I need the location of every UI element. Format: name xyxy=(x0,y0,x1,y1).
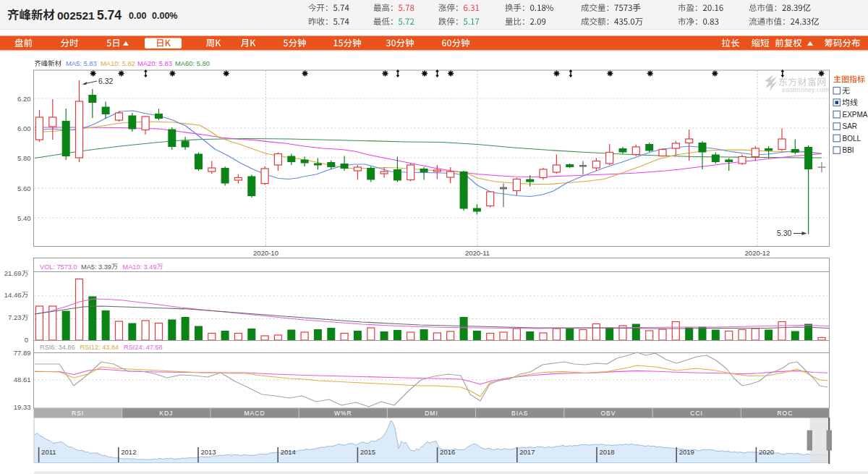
svg-text:7.23: 7.23 xyxy=(8,313,22,321)
svg-text:BBI: BBI xyxy=(843,146,854,154)
svg-text:2020: 2020 xyxy=(759,448,774,456)
svg-text:2015: 2015 xyxy=(360,448,375,456)
svg-text:EXPMA: EXPMA xyxy=(843,111,868,119)
svg-text:RSI24: 47.58: RSI24: 47.58 xyxy=(124,344,163,351)
svg-text:5.60: 5.60 xyxy=(17,185,31,192)
svg-text:77.89: 77.89 xyxy=(14,349,31,357)
svg-text:2016: 2016 xyxy=(440,448,455,456)
svg-text:002521: 002521 xyxy=(57,9,95,22)
svg-text:MA10: 3.49: MA10: 3.49 xyxy=(123,263,157,271)
svg-text:2014: 2014 xyxy=(281,448,296,456)
svg-text:2017: 2017 xyxy=(519,448,535,456)
svg-text:W%R: W%R xyxy=(334,410,352,417)
svg-text:2020-10: 2020-10 xyxy=(253,249,278,257)
svg-text:eastmoney.com: eastmoney.com xyxy=(782,86,829,93)
svg-text:19.33: 19.33 xyxy=(14,403,31,411)
svg-text:2011: 2011 xyxy=(41,448,56,456)
svg-text:5.30: 5.30 xyxy=(777,229,792,237)
svg-text:0.00%: 0.00% xyxy=(152,11,177,21)
svg-text:2020-12: 2020-12 xyxy=(745,249,770,257)
svg-text:2020-11: 2020-11 xyxy=(465,249,490,257)
svg-text:ROC: ROC xyxy=(777,410,793,417)
svg-text:2012: 2012 xyxy=(121,448,136,456)
svg-text:DMI: DMI xyxy=(425,410,438,417)
svg-text:MA5: 3.39: MA5: 3.39 xyxy=(81,263,111,271)
svg-text:RSI12: 43.84: RSI12: 43.84 xyxy=(80,344,119,351)
svg-text:MA10: 5.82: MA10: 5.82 xyxy=(101,59,135,67)
svg-text:MA20: 5.83: MA20: 5.83 xyxy=(137,59,172,67)
svg-text:6.20: 6.20 xyxy=(17,95,31,103)
svg-text:KDJ: KDJ xyxy=(159,410,173,417)
svg-text:5.80: 5.80 xyxy=(17,154,31,162)
svg-text:6.00: 6.00 xyxy=(17,124,31,132)
svg-text:6.32: 6.32 xyxy=(98,77,114,85)
svg-text:14.46: 14.46 xyxy=(4,291,22,299)
svg-text:2013: 2013 xyxy=(201,448,216,456)
svg-text:MA60: 5.80: MA60: 5.80 xyxy=(175,59,210,67)
svg-text:OBV: OBV xyxy=(600,410,616,417)
svg-text:0: 0 xyxy=(25,336,28,344)
svg-text:2018: 2018 xyxy=(600,448,615,456)
svg-text:VOL: 7573.0: VOL: 7573.0 xyxy=(40,263,77,271)
svg-text:5.74: 5.74 xyxy=(97,8,122,22)
svg-text:CCI: CCI xyxy=(690,410,703,417)
svg-text:48.61: 48.61 xyxy=(14,376,31,384)
svg-text:RSI: RSI xyxy=(72,410,84,417)
svg-text:BOLL: BOLL xyxy=(843,135,861,143)
svg-text:5.40: 5.40 xyxy=(17,214,31,222)
svg-text:SAR: SAR xyxy=(843,122,858,130)
svg-text:BIAS: BIAS xyxy=(511,410,528,417)
svg-text:RSI6: 34.86: RSI6: 34.86 xyxy=(40,344,75,351)
svg-text:21.69: 21.69 xyxy=(4,269,22,277)
svg-text:MA5: 5.83: MA5: 5.83 xyxy=(66,59,97,67)
svg-text:0.00: 0.00 xyxy=(129,11,146,21)
svg-text:2019: 2019 xyxy=(679,448,694,456)
svg-text:MACD: MACD xyxy=(244,410,265,417)
